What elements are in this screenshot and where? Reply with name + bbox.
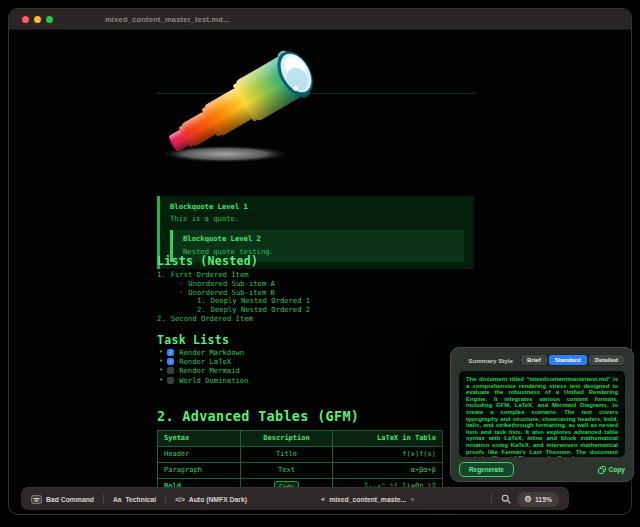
typography-icon: Aa — [113, 496, 121, 503]
theme-selector-button[interactable]: </> Auto (NMFX Dark) — [175, 496, 247, 503]
window-title: mixed_content_master_test.md... — [105, 9, 230, 30]
previous-document-icon[interactable]: ◂ — [321, 495, 324, 503]
task-lists-heading: Task Lists — [157, 334, 229, 346]
checkbox-unchecked-icon[interactable] — [167, 377, 174, 384]
close-button[interactable] — [22, 16, 29, 23]
summary-style-row: Summary Style Brief Standard Detailed — [451, 348, 633, 371]
title-bar: mixed_content_master_test.md... — [9, 9, 631, 30]
divider — [491, 494, 492, 504]
regenerate-button[interactable]: Regenerate — [459, 462, 514, 477]
copy-button[interactable]: Copy — [598, 466, 625, 474]
tables-heading: 2. Advanced Tables (GFM) — [157, 409, 359, 424]
checkbox-checked-icon[interactable] — [167, 358, 174, 365]
blockquote1-title: Blockquote Level 1 — [170, 202, 464, 212]
summary-style-segmented-control: Brief Standard Detailed — [520, 354, 625, 366]
checkbox-checked-icon[interactable] — [167, 349, 174, 356]
task-item: •Render Markdown — [159, 348, 248, 357]
telescope-illustration — [147, 42, 347, 164]
current-document-title: mixed_content_maste... — [329, 496, 406, 503]
task-list: •Render Markdown •Render LaTeX •Render M… — [159, 348, 248, 385]
blockquote1-body: This is a quote. — [170, 214, 464, 225]
zoom-level: 115% — [535, 496, 552, 503]
style-option-standard[interactable]: Standard — [549, 355, 587, 365]
list-item: 2.Second Ordered Item — [157, 315, 457, 324]
bad-command-indicator[interactable]: Bad Command — [31, 495, 94, 504]
summary-style-label: Summary Style — [468, 357, 513, 364]
task-item: •Render Mermaid — [159, 366, 248, 375]
table-row: Paragraph Text α+βα+β — [158, 462, 442, 478]
divider — [165, 494, 166, 504]
summary-text: The document titled "mixedcontentmastert… — [459, 371, 625, 457]
zoom-window-button[interactable] — [46, 16, 53, 23]
table-row: Header Title f(x)f(x) — [158, 446, 442, 462]
summary-popup: Summary Style Brief Standard Detailed Th… — [450, 347, 634, 482]
checkbox-unchecked-icon[interactable] — [167, 367, 174, 374]
minimize-button[interactable] — [34, 16, 41, 23]
lists-heading: Lists (Nested) — [157, 255, 258, 267]
blockquote2-title: Blockquote Level 2 — [183, 234, 454, 244]
nested-list: 1.First Ordered Item ◦Unordered Sub-item… — [157, 271, 457, 324]
table-header-row: Syntax Description LaTeX in Table — [158, 431, 442, 446]
search-button[interactable] — [501, 494, 511, 504]
status-bar: Bad Command Aa Technical </> Auto (NMFX … — [21, 487, 569, 510]
code-icon: </> — [175, 496, 185, 503]
copy-icon — [598, 466, 606, 474]
style-option-brief[interactable]: Brief — [521, 355, 547, 365]
document-navigator: ◂ mixed_content_maste... ▸ — [321, 495, 415, 503]
task-item: •Render LaTeX — [159, 357, 248, 366]
next-document-icon[interactable]: ▸ — [411, 495, 414, 503]
divider — [103, 494, 104, 504]
style-option-detailed[interactable]: Detailed — [589, 355, 624, 365]
typography-mode-button[interactable]: Aa Technical — [113, 496, 156, 503]
zoom-control[interactable]: ⚙ 115% — [517, 492, 559, 507]
gear-icon: ⚙ — [524, 492, 532, 507]
search-icon — [501, 494, 511, 504]
gfm-table: Syntax Description LaTeX in Table Header… — [157, 430, 443, 495]
task-item: •World Domination — [159, 376, 248, 385]
command-badge-icon — [31, 495, 42, 504]
summary-footer: Regenerate Copy — [451, 457, 633, 477]
